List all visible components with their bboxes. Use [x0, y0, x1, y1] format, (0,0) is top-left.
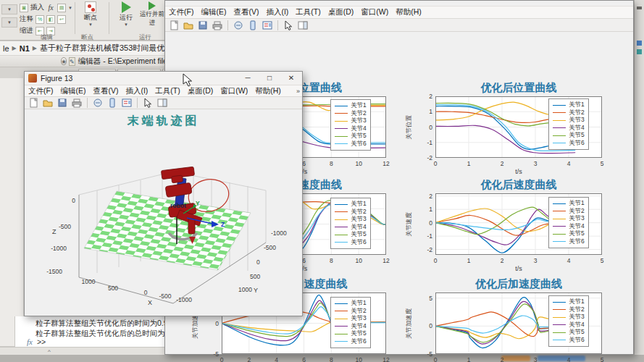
insert-colorbar-icon[interactable] — [106, 97, 119, 109]
print-figure-icon[interactable] — [211, 20, 224, 31]
y-tick-label: 5 — [418, 295, 432, 302]
menu-item-2[interactable]: 查看(V) — [89, 86, 122, 96]
x-tick-label: 4 — [563, 356, 574, 362]
legend-line-sample — [553, 105, 566, 106]
property-inspector-icon[interactable] — [296, 20, 309, 31]
x-tick-label: 5 — [596, 356, 608, 362]
comment-percent-icon[interactable]: % — [35, 15, 44, 24]
legend-line-sample — [553, 309, 566, 310]
legend-line-sample — [335, 242, 348, 243]
legend[interactable]: 关节1关节2关节3关节4关节5关节6 — [330, 99, 371, 151]
legend[interactable]: 关节1关节2关节3关节4关节5关节6 — [548, 98, 589, 150]
collapse-icon[interactable]: ^ — [48, 348, 51, 355]
breadcrumb-item[interactable]: N1 — [20, 44, 30, 53]
menu-item-7[interactable]: 帮助(H) — [392, 7, 425, 17]
legend[interactable]: 关节1关节2关节3关节4关节5关节6 — [330, 297, 371, 348]
comment-label[interactable]: 注释 — [20, 14, 33, 24]
run-advance-button[interactable]: 运行并前进 — [139, 1, 165, 28]
menu-overflow-icon[interactable]: » — [296, 88, 300, 95]
ribbon-partial-button[interactable]: ▼ — [1, 17, 17, 28]
edit-plot-icon[interactable] — [141, 97, 154, 109]
command-window[interactable]: 粒子群算法整组关节优化后的时间为0.93 粒子群算法整组关节优化后的总时间为4.… — [14, 316, 164, 347]
insert-icon[interactable]: ▣ — [20, 4, 28, 12]
print-figure-icon[interactable] — [70, 97, 83, 109]
figure13-titlebar[interactable]: Figure 13 ─ □ ✕ — [25, 72, 302, 85]
save-figure-icon[interactable] — [56, 97, 69, 109]
insert-legend-icon[interactable] — [261, 20, 274, 31]
new-figure-icon[interactable] — [167, 20, 180, 31]
figure-titlebar-sliver[interactable] — [165, 1, 633, 7]
legend-line-sample — [335, 121, 348, 122]
section-icon[interactable]: ▤ — [57, 4, 66, 12]
link-plot-icon[interactable] — [91, 97, 104, 109]
menu-item-5[interactable]: 桌面(D) — [325, 7, 358, 17]
legend-line-sample — [553, 317, 566, 318]
menu-item-2[interactable]: 查看(V) — [230, 7, 262, 17]
legend[interactable]: 关节1关节2关节3关节4关节5关节6 — [548, 295, 589, 347]
legend-line-sample — [335, 311, 348, 311]
menu-item-4[interactable]: 工具(T) — [151, 86, 183, 96]
breadcrumb-item[interactable]: le — [3, 44, 9, 53]
menu-item-0[interactable]: 文件(F) — [165, 7, 197, 17]
dock-button[interactable]: ◉ — [61, 57, 67, 65]
y-tick-label: -1 — [418, 232, 432, 240]
legend[interactable]: 关节1关节2关节3关节4关节5关节6 — [548, 197, 589, 248]
window-edge-icon — [637, 41, 642, 46]
mouse-cursor — [183, 73, 194, 88]
menu-item-1[interactable]: 编辑(E) — [197, 7, 230, 17]
figure13-title: Figure 13 — [41, 74, 237, 83]
save-figure-icon[interactable] — [196, 20, 209, 31]
legend-line-sample — [335, 106, 348, 106]
legend-label: 关节6 — [351, 337, 367, 346]
new-figure-icon[interactable] — [27, 97, 40, 109]
legend-label: 关节6 — [569, 336, 585, 345]
legend-line-sample — [553, 324, 566, 325]
x-tick-label: 3 — [530, 160, 541, 167]
legend-entry: 关节6 — [553, 140, 585, 148]
close-button[interactable]: ✕ — [280, 72, 302, 85]
insert-colorbar-icon[interactable] — [246, 20, 259, 31]
menu-item-7[interactable]: 帮助(H) — [251, 86, 285, 96]
fx-prompt-icon: fx — [27, 337, 33, 346]
x-tick-label: 1 — [463, 356, 474, 362]
command-prompt[interactable]: >> — [37, 337, 46, 346]
svg-text:-1500: -1500 — [46, 268, 62, 275]
menu-item-4[interactable]: 工具(T) — [292, 7, 324, 17]
wrap-icon[interactable]: ↩ — [57, 15, 66, 24]
legend[interactable]: 关节1关节2关节3关节4关节5关节6 — [330, 198, 371, 249]
insert-legend-icon[interactable] — [120, 97, 133, 109]
insert-caret-icon[interactable]: ▼ — [68, 6, 72, 10]
comment-block-icon[interactable]: ◧ — [46, 15, 55, 24]
menu-item-6[interactable]: 窗口(W) — [357, 7, 392, 17]
panel-footer: ^ — [0, 347, 164, 355]
maximize-button[interactable]: □ — [259, 72, 280, 85]
ribbon-partial-button[interactable]: ▼ — [1, 4, 17, 14]
breadcrumb-item[interactable]: 基于粒子群算法机械臂353时间最优多项式插值轨 — [40, 43, 164, 54]
figure13-toolbar — [25, 97, 302, 109]
open-file-icon[interactable] — [41, 97, 54, 109]
menu-item-1[interactable]: 编辑(E) — [57, 86, 89, 96]
matlab-ribbon: ▼ ▼ ▣ 插入 fx ▤ ▼ 注释 % ◧ ↩ 缩进 ⇤ ⇥ 断点 ▼ — [0, 0, 164, 41]
property-inspector-icon[interactable] — [156, 97, 169, 109]
y-tick-label: 2 — [418, 193, 432, 200]
insert-label[interactable]: 插入 — [30, 3, 44, 12]
minimize-button[interactable]: ─ — [237, 72, 259, 85]
x-tick-label: 12 — [380, 257, 392, 264]
menu-item-6[interactable]: 窗口(W) — [217, 86, 251, 96]
breadcrumb[interactable]: le▶N1▶基于粒子群算法机械臂353时间最优多项式插值轨 — [0, 41, 164, 56]
menu-item-3[interactable]: 插入(I) — [122, 86, 151, 96]
link-plot-icon[interactable] — [232, 20, 245, 31]
x-tick-label: 4 — [563, 257, 574, 264]
svg-text:-500: -500 — [159, 292, 171, 300]
menu-item-0[interactable]: 文件(F) — [25, 86, 57, 96]
breakpoints-button[interactable]: 断点 ▼ — [75, 1, 106, 27]
edit-plot-icon[interactable] — [282, 20, 295, 31]
open-file-icon[interactable] — [182, 20, 195, 31]
breakpoint-icon — [85, 1, 96, 13]
figure13-window[interactable]: Figure 13 ─ □ ✕ 文件(F)编辑(E)查看(V)插入(I)工具(T… — [24, 71, 303, 316]
menu-item-3[interactable]: 插入(I) — [262, 7, 292, 17]
trajectory-3d-plot[interactable]: 末端轨迹图 — [25, 109, 302, 316]
run-button[interactable]: 运行 ▼ — [110, 1, 142, 27]
fx-icon[interactable]: fx — [46, 4, 55, 12]
svg-text:-1000: -1000 — [271, 230, 287, 237]
